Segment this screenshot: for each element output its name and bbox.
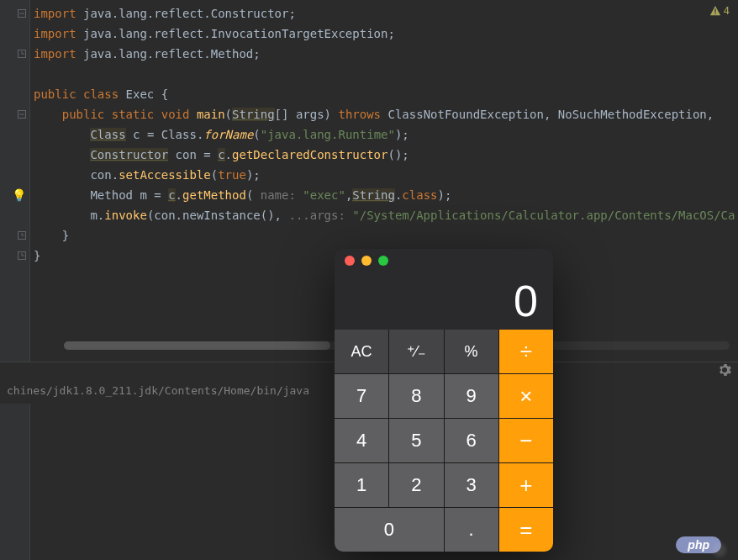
fold-end-icon[interactable] (18, 251, 26, 260)
code-line[interactable]: m.invoke(con.newInstance(), ...args: "/S… (34, 205, 738, 225)
settings-icon[interactable] (718, 363, 731, 379)
svg-rect-13 (714, 8, 715, 12)
code-line[interactable]: Method m = c.getMethod( name: "exec",Str… (34, 185, 738, 205)
gutter-row[interactable] (0, 246, 29, 266)
php-watermark-badge: php (676, 536, 721, 553)
gutter-row[interactable] (0, 44, 29, 64)
gutter-row[interactable] (0, 124, 29, 145)
calculator-display: 0 (335, 272, 553, 330)
fold-end-icon[interactable] (18, 231, 26, 240)
code-line[interactable] (34, 64, 738, 84)
calc-1-button[interactable]: 1 (335, 463, 388, 507)
fold-minus-icon[interactable] (18, 9, 26, 18)
close-window-button[interactable] (345, 256, 355, 266)
gutter-row[interactable] (0, 165, 29, 185)
warning-icon (709, 5, 721, 17)
calc-multiply-button[interactable]: × (499, 374, 553, 418)
calc-percent-button[interactable]: % (445, 330, 498, 373)
svg-rect-14 (714, 13, 715, 14)
calc-plus-button[interactable]: + (499, 463, 553, 507)
calc-6-button[interactable]: 6 (445, 419, 498, 462)
code-line[interactable]: public static void main(String[] args) t… (34, 104, 738, 124)
code-line[interactable]: Class c = Class.forName("java.lang.Runti… (34, 124, 738, 145)
code-line[interactable]: public class Exec { (34, 84, 738, 104)
calc-divide-button[interactable]: ÷ (499, 330, 553, 373)
calc-sign-button[interactable]: ⁺⁄₋ (389, 330, 443, 373)
code-line[interactable]: import java.lang.reflect.InvocationTarge… (34, 24, 738, 44)
gutter-row[interactable] (0, 24, 29, 44)
calc-8-button[interactable]: 8 (389, 374, 443, 418)
calculator-keypad: AC ⁺⁄₋ % ÷ 7 8 9 × 4 5 6 − 1 2 3 + 0 . = (335, 330, 553, 552)
gutter-row[interactable] (0, 205, 29, 225)
calc-7-button[interactable]: 7 (335, 374, 388, 418)
calc-0-button[interactable]: 0 (335, 508, 444, 552)
code-line[interactable]: Constructor con = c.getDeclaredConstruct… (34, 145, 738, 165)
calc-minus-button[interactable]: − (499, 419, 553, 462)
gutter-row[interactable] (0, 104, 29, 124)
code-line[interactable]: import java.lang.reflect.Method; (34, 44, 738, 64)
gutter-row[interactable] (0, 145, 29, 165)
run-output-path: chines/jdk1.8.0_211.jdk/Contents/Home/bi… (7, 384, 309, 397)
fold-minus-icon[interactable] (18, 110, 26, 119)
gutter-row[interactable] (0, 84, 29, 104)
minimize-window-button[interactable] (361, 256, 372, 266)
warning-count: 4 (724, 5, 730, 17)
gutter-row[interactable] (0, 225, 29, 246)
calculator-titlebar[interactable] (335, 249, 553, 272)
calc-3-button[interactable]: 3 (445, 463, 498, 507)
calc-5-button[interactable]: 5 (389, 419, 443, 462)
maximize-window-button[interactable] (378, 256, 388, 266)
calc-clear-button[interactable]: AC (335, 330, 388, 373)
gutter-bulb-row[interactable]: 💡 (0, 185, 29, 205)
calc-decimal-button[interactable]: . (445, 508, 498, 552)
gear-icon (718, 363, 731, 377)
calc-4-button[interactable]: 4 (335, 419, 388, 462)
calc-equals-button[interactable]: = (499, 508, 553, 552)
scrollbar-thumb[interactable] (64, 341, 330, 350)
calc-9-button[interactable]: 9 (445, 374, 498, 418)
intention-bulb-icon[interactable]: 💡 (12, 188, 26, 202)
code-line[interactable]: con.setAccessible(true); (34, 165, 738, 185)
code-line[interactable]: import java.lang.reflect.Constructor; (34, 3, 738, 24)
code-line[interactable]: } (34, 225, 738, 246)
warnings-indicator[interactable]: 4 (709, 5, 730, 17)
calculator-window[interactable]: 0 AC ⁺⁄₋ % ÷ 7 8 9 × 4 5 6 − 1 2 3 + 0 .… (335, 249, 553, 552)
editor-gutter: 💡 (0, 0, 30, 560)
gutter-row[interactable] (0, 64, 29, 84)
gutter-row[interactable] (0, 3, 29, 24)
calc-2-button[interactable]: 2 (389, 463, 443, 507)
fold-end-icon[interactable] (18, 50, 26, 58)
